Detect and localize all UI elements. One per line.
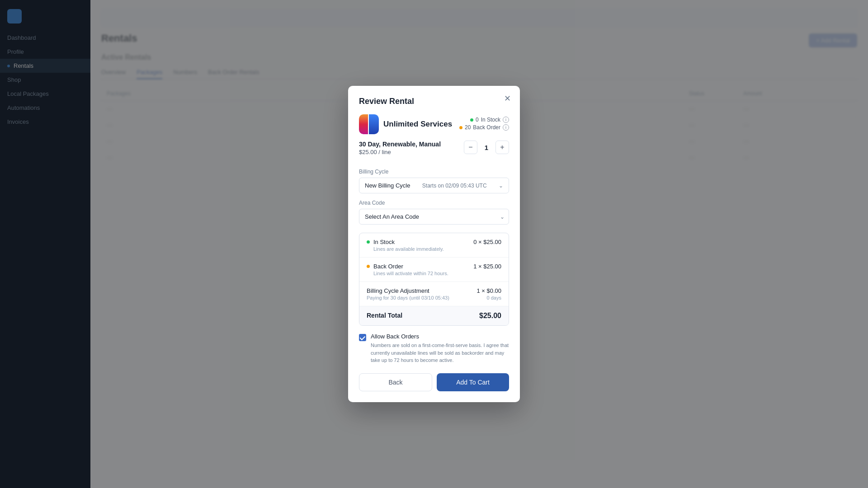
summary-total-row: Rental Total $25.00 xyxy=(359,306,509,325)
summary-back-order-row: Back Order Lines will activate within 72… xyxy=(359,258,509,282)
billing-cycle-label: Billing Cycle xyxy=(359,169,509,175)
back-button[interactable]: Back xyxy=(359,373,432,391)
summary-back-order-dot xyxy=(367,265,370,268)
area-code-label: Area Code xyxy=(359,200,509,206)
billing-cycle-display[interactable]: New Billing Cycle Starts on 02/09 05:43 … xyxy=(359,178,509,193)
summary-back-order-price: $25.00 xyxy=(483,263,501,270)
summary-adjustment-label: Billing Cycle Adjustment xyxy=(367,287,449,294)
summary-total-label: Rental Total xyxy=(367,312,402,319)
summary-adjustment-price: $0.00 xyxy=(486,287,501,294)
in-stock-dot xyxy=(470,118,473,122)
back-order-info-icon[interactable]: i xyxy=(503,124,509,131)
summary-back-order-x: × xyxy=(478,263,483,270)
summary-in-stock-amount: 0 × $25.00 xyxy=(473,239,501,245)
in-stock-count: 0 xyxy=(476,117,479,123)
billing-cycle-date: Starts on 02/09 05:43 UTC xyxy=(422,183,487,189)
in-stock-info-icon[interactable]: i xyxy=(503,117,509,123)
summary-in-stock-dot xyxy=(367,240,370,244)
review-rental-modal: ✕ Review Rental Unlimited Services 0 In … xyxy=(348,86,520,402)
service-logo xyxy=(359,114,379,134)
close-icon: ✕ xyxy=(504,94,511,103)
summary-adjustment-sublabel: Paying for 30 days (until 03/10 05:43) xyxy=(367,295,449,300)
plan-title: 30 Day, Renewable, Manual xyxy=(359,141,441,148)
area-code-section: Area Code Select An Area Code ⌄ xyxy=(359,200,509,225)
summary-adjustment-qty: 1 xyxy=(476,287,480,294)
area-code-select[interactable]: Select An Area Code xyxy=(359,209,509,225)
add-to-cart-button[interactable]: Add To Cart xyxy=(437,373,509,391)
area-code-select-wrapper: Select An Area Code ⌄ xyxy=(359,209,509,225)
back-order-dot xyxy=(459,126,462,129)
back-order-label: Back Order xyxy=(473,124,500,131)
in-stock-row: 0 In Stock i xyxy=(459,117,509,123)
allow-back-orders-checkbox[interactable] xyxy=(359,334,366,341)
summary-total-amount: $25.00 xyxy=(479,312,501,320)
plan-price: $25.00 / line xyxy=(359,149,441,155)
summary-adjustment-amount: 1 × $0.00 xyxy=(476,287,501,294)
summary-adjustment-x: × xyxy=(481,287,486,294)
billing-cycle-section: Billing Cycle New Billing Cycle Starts o… xyxy=(359,169,509,193)
billing-cycle-value: New Billing Cycle xyxy=(365,182,410,189)
allow-back-orders-description: Numbers are sold on a first-come-first-s… xyxy=(371,342,509,364)
summary-in-stock-row: In Stock Lines are available immediately… xyxy=(359,233,509,258)
billing-cycle-chevron-icon: ⌄ xyxy=(499,183,503,189)
quantity-value: 1 xyxy=(482,144,491,151)
summary-adjustment-row: Billing Cycle Adjustment Paying for 30 d… xyxy=(359,282,509,306)
plan-quantity-row: 30 Day, Renewable, Manual $25.00 / line … xyxy=(359,141,509,162)
summary-in-stock-qty: 0 xyxy=(473,239,476,245)
summary-back-order-amount: 1 × $25.00 xyxy=(473,263,501,270)
summary-box: In Stock Lines are available immediately… xyxy=(359,233,509,326)
summary-in-stock-label: In Stock xyxy=(373,239,444,245)
modal-close-button[interactable]: ✕ xyxy=(502,93,513,104)
summary-in-stock-sublabel: Lines are available immediately. xyxy=(373,246,444,252)
logo-other-part xyxy=(369,114,379,134)
allow-back-orders-row: Allow Back Orders Numbers are sold on a … xyxy=(359,333,509,364)
quantity-row: − 1 + xyxy=(464,141,509,154)
service-name: Unlimited Services xyxy=(383,120,452,129)
back-order-count: 20 xyxy=(465,124,471,131)
in-stock-label: In Stock xyxy=(481,117,500,123)
summary-in-stock-price: $25.00 xyxy=(483,239,501,245)
quantity-decrease-button[interactable]: − xyxy=(464,141,477,154)
quantity-increase-button[interactable]: + xyxy=(495,141,509,154)
summary-back-order-sublabel: Lines will activate within 72 hours. xyxy=(373,271,448,276)
summary-adjustment-days: 0 days xyxy=(476,295,501,300)
summary-back-order-label: Back Order xyxy=(373,263,448,270)
modal-footer: Back Add To Cart xyxy=(359,373,509,391)
logo-instagram-part xyxy=(359,114,368,134)
summary-in-stock-x: × xyxy=(478,239,483,245)
modal-overlay: ✕ Review Rental Unlimited Services 0 In … xyxy=(0,0,868,488)
back-order-row: 20 Back Order i xyxy=(459,124,509,131)
allow-back-orders-label: Allow Back Orders xyxy=(371,333,509,340)
modal-title: Review Rental xyxy=(359,97,509,106)
stock-info: 0 In Stock i 20 Back Order i xyxy=(459,117,509,132)
service-header: Unlimited Services 0 In Stock i 20 Back … xyxy=(359,114,509,134)
summary-back-order-qty: 1 xyxy=(473,263,476,270)
